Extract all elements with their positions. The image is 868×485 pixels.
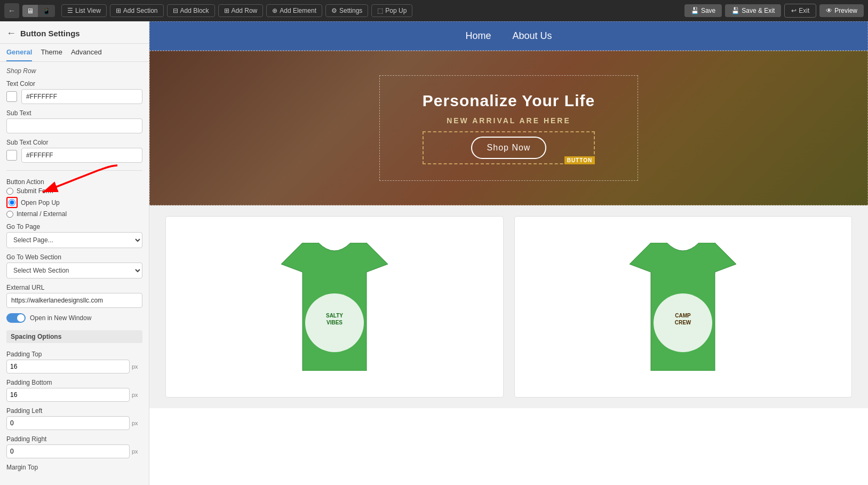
list-view-button[interactable]: ☰ List View xyxy=(61,4,107,17)
list-icon: ☰ xyxy=(67,7,73,14)
shop-now-button[interactable]: Shop Now xyxy=(471,137,547,159)
mobile-view-button[interactable]: 📱 xyxy=(38,5,55,17)
add-row-button[interactable]: ⊞ Add Row xyxy=(218,4,264,17)
sub-text-input[interactable] xyxy=(6,118,142,133)
button-action-section: Button Action Submit Form Open Pop Up xyxy=(6,178,142,218)
submit-form-label: Submit Form xyxy=(17,187,53,195)
padding-bottom-section: Padding Bottom px xyxy=(6,379,142,402)
sub-text-color-input[interactable] xyxy=(21,148,142,163)
sub-text-color-swatch[interactable] xyxy=(6,150,17,161)
internal-external-radio[interactable] xyxy=(6,211,13,218)
popup-icon: ⬚ xyxy=(377,7,383,14)
main-layout: ← Button Settings General Theme Advanced… xyxy=(0,21,868,485)
add-element-button[interactable]: ⊕ Add Element xyxy=(266,4,322,17)
left-panel: ← Button Settings General Theme Advanced… xyxy=(0,21,149,485)
preview-button[interactable]: 👁 Preview xyxy=(819,4,864,17)
padding-bottom-input[interactable] xyxy=(6,388,130,402)
sub-text-color-label: Sub Text Color xyxy=(6,139,142,146)
action-internal-external[interactable]: Internal / External xyxy=(6,210,142,218)
hero-button-wrapper: Shop Now BUTTON xyxy=(423,131,595,164)
nav-home[interactable]: Home xyxy=(465,30,491,42)
external-url-label: External URL xyxy=(6,284,142,291)
margin-top-section: Margin Top xyxy=(6,464,142,473)
popup-button[interactable]: ⬚ Pop Up xyxy=(371,4,412,17)
add-element-icon: ⊕ xyxy=(272,7,277,14)
hero-title: Personalize Your Life xyxy=(423,92,595,110)
text-color-swatch[interactable] xyxy=(6,91,17,102)
open-popup-radio-selected xyxy=(6,197,18,208)
tab-theme[interactable]: Theme xyxy=(41,48,62,61)
add-section-button[interactable]: ⊞ Add Section xyxy=(110,4,164,17)
hero-content-wrapper: Personalize Your Life NEW ARRIVAL ARE HE… xyxy=(149,51,868,205)
svg-text:CREW: CREW xyxy=(675,320,691,325)
settings-button[interactable]: ⚙ Settings xyxy=(325,4,368,17)
padding-bottom-label: Padding Bottom xyxy=(6,379,142,386)
tshirt-svg-1: SALTY VIBES xyxy=(281,243,388,371)
button-action-options: Submit Form Open Pop Up Internal / Exter… xyxy=(6,187,142,218)
padding-right-section: Padding Right px xyxy=(6,435,142,458)
panel-header: ← Button Settings xyxy=(0,21,149,44)
padding-left-row: px xyxy=(6,416,142,430)
exit-button[interactable]: ↩ Exit xyxy=(784,4,816,18)
hero-section: Personalize Your Life NEW ARRIVAL ARE HE… xyxy=(149,51,868,205)
action-submit-form[interactable]: Submit Form xyxy=(6,187,142,195)
padding-right-label: Padding Right xyxy=(6,435,142,443)
svg-text:SALTY: SALTY xyxy=(326,313,343,319)
open-new-window-row: Open in New Window xyxy=(6,313,142,323)
save-exit-icon: 💾 xyxy=(731,7,739,14)
nav-about-us[interactable]: About Us xyxy=(512,30,552,42)
text-color-input[interactable] xyxy=(21,89,142,104)
padding-bottom-unit: px xyxy=(132,392,142,398)
internal-external-label: Internal / External xyxy=(17,210,67,218)
product-card-1[interactable]: SALTY VIBES xyxy=(165,216,504,397)
go-to-web-section-select[interactable]: Select Web Section xyxy=(6,263,142,279)
padding-left-label: Padding Left xyxy=(6,407,142,415)
padding-right-unit: px xyxy=(132,448,142,455)
product-1-tshirt: SALTY VIBES xyxy=(183,227,486,387)
add-section-icon: ⊞ xyxy=(116,7,121,14)
desktop-view-button[interactable]: 🖥 xyxy=(22,5,38,17)
action-open-popup[interactable]: Open Pop Up xyxy=(6,197,142,208)
sub-text-label: Sub Text xyxy=(6,109,142,117)
save-icon: 💾 xyxy=(691,7,699,14)
add-row-icon: ⊞ xyxy=(224,7,229,14)
open-popup-label: Open Pop Up xyxy=(21,199,60,206)
go-to-page-section: Go To Page Select Page... xyxy=(6,223,142,248)
open-popup-radio[interactable] xyxy=(9,199,15,206)
website-preview: Home About Us Personalize Your Life NEW … xyxy=(149,21,868,485)
open-new-window-toggle[interactable] xyxy=(6,313,26,323)
tab-advanced[interactable]: Advanced xyxy=(71,48,102,61)
tab-general[interactable]: General xyxy=(6,48,32,61)
panel-back-button[interactable]: ← xyxy=(6,28,16,39)
padding-top-unit: px xyxy=(132,363,142,370)
submit-form-radio[interactable] xyxy=(6,188,13,195)
padding-right-input[interactable] xyxy=(6,444,130,458)
product-card-2[interactable]: CAMP CREW xyxy=(514,216,853,397)
exit-icon: ↩ xyxy=(791,7,797,14)
svg-text:VIBES: VIBES xyxy=(327,320,343,325)
go-to-page-select[interactable]: Select Page... xyxy=(6,232,142,248)
button-action-label: Button Action xyxy=(6,178,142,186)
back-nav-button[interactable]: ← xyxy=(4,3,19,18)
preview-icon: 👁 xyxy=(826,7,832,14)
padding-top-input[interactable] xyxy=(6,360,130,373)
right-canvas: Home About Us Personalize Your Life NEW … xyxy=(149,21,868,485)
padding-left-input[interactable] xyxy=(6,416,130,430)
padding-top-section: Padding Top px xyxy=(6,351,142,373)
go-to-page-label: Go To Page xyxy=(6,223,142,230)
padding-top-label: Padding Top xyxy=(6,351,142,358)
add-block-button[interactable]: ⊟ Add Block xyxy=(167,4,215,17)
products-section: SALTY VIBES CAMP xyxy=(149,205,868,408)
padding-left-unit: px xyxy=(132,420,142,426)
save-button[interactable]: 💾 Save xyxy=(684,4,722,17)
panel-title: Button Settings xyxy=(20,29,80,38)
save-exit-button[interactable]: 💾 Save & Exit xyxy=(725,4,781,17)
sub-text-color-row xyxy=(6,148,142,163)
svg-text:CAMP: CAMP xyxy=(675,313,691,319)
top-toolbar: ← 🖥 📱 ☰ List View ⊞ Add Section ⊟ Add Bl… xyxy=(0,0,868,21)
margin-top-label: Margin Top xyxy=(6,464,142,471)
hero-inner-box: Personalize Your Life NEW ARRIVAL ARE HE… xyxy=(379,75,638,181)
external-url-input[interactable] xyxy=(6,293,142,308)
padding-right-row: px xyxy=(6,444,142,458)
go-to-web-section-label: Go To Web Section xyxy=(6,253,142,261)
